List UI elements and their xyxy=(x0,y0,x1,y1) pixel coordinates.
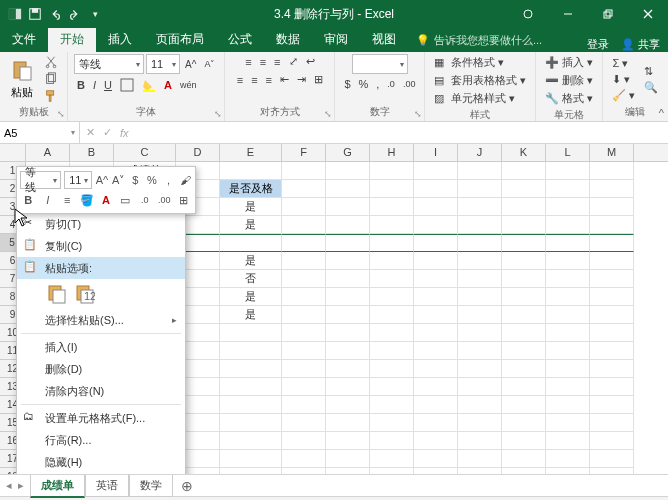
cell[interactable] xyxy=(282,450,326,468)
col-header-E[interactable]: E xyxy=(220,144,282,161)
cell[interactable] xyxy=(326,270,370,288)
cell[interactable] xyxy=(282,216,326,234)
fill-color-button[interactable] xyxy=(139,77,159,93)
cell[interactable] xyxy=(282,468,326,474)
mini-font-color-icon[interactable]: A xyxy=(98,191,114,209)
cell[interactable] xyxy=(370,288,414,306)
cell[interactable] xyxy=(546,234,590,252)
bold-button[interactable]: B xyxy=(74,78,88,92)
ctx-paste-options[interactable]: 📋粘贴选项: xyxy=(17,257,185,279)
cell[interactable] xyxy=(370,180,414,198)
cell[interactable] xyxy=(370,234,414,252)
save-icon[interactable] xyxy=(26,3,44,25)
mini-border-icon[interactable]: ▭ xyxy=(117,191,133,209)
cell[interactable] xyxy=(220,468,282,474)
cell[interactable] xyxy=(502,198,546,216)
cell[interactable] xyxy=(282,198,326,216)
name-box[interactable]: A5 xyxy=(0,122,80,143)
cell[interactable] xyxy=(546,378,590,396)
cell[interactable]: 是 xyxy=(220,252,282,270)
cell[interactable] xyxy=(326,288,370,306)
copy-button[interactable] xyxy=(41,71,61,87)
cell[interactable] xyxy=(502,270,546,288)
grow-font-icon[interactable]: A^ xyxy=(182,58,199,71)
cell[interactable] xyxy=(414,198,458,216)
cell[interactable] xyxy=(414,414,458,432)
cell[interactable] xyxy=(546,324,590,342)
align-middle-icon[interactable]: ≡ xyxy=(257,55,269,69)
help-button[interactable] xyxy=(508,0,548,28)
cell[interactable] xyxy=(546,162,590,180)
cell[interactable]: 否 xyxy=(220,270,282,288)
cell[interactable] xyxy=(502,396,546,414)
clear-button[interactable]: 🧹 ▾ xyxy=(609,88,638,103)
cell[interactable] xyxy=(326,180,370,198)
cell[interactable] xyxy=(546,342,590,360)
restore-button[interactable] xyxy=(588,0,628,28)
mini-fill-color-icon[interactable]: 🪣 xyxy=(78,191,94,209)
cell[interactable] xyxy=(370,342,414,360)
tab-first-icon[interactable]: ◂ xyxy=(6,479,12,492)
cell[interactable] xyxy=(282,414,326,432)
cell[interactable] xyxy=(282,342,326,360)
cell[interactable] xyxy=(414,216,458,234)
col-header-J[interactable]: J xyxy=(458,144,502,161)
cell[interactable] xyxy=(590,324,634,342)
mini-percent-icon[interactable]: % xyxy=(145,171,159,189)
increase-indent-icon[interactable]: ⇥ xyxy=(294,72,309,87)
orientation-icon[interactable]: ⤢ xyxy=(286,54,301,69)
tab-home[interactable]: 开始 xyxy=(48,27,96,52)
mini-comma-icon[interactable]: , xyxy=(162,171,176,189)
font-size-select[interactable]: 11 xyxy=(146,54,180,74)
cell[interactable] xyxy=(282,234,326,252)
cell[interactable] xyxy=(502,234,546,252)
cell[interactable] xyxy=(370,324,414,342)
cell[interactable] xyxy=(414,162,458,180)
cell[interactable] xyxy=(590,360,634,378)
decrease-decimal-icon[interactable]: .00 xyxy=(400,78,419,90)
cell[interactable] xyxy=(282,360,326,378)
ctx-cut[interactable]: ✂剪切(T) xyxy=(17,213,185,235)
align-bottom-icon[interactable]: ≡ xyxy=(271,55,283,69)
find-select-button[interactable]: 🔍 xyxy=(641,80,661,95)
cell[interactable] xyxy=(502,324,546,342)
mini-align-icon[interactable]: ≡ xyxy=(59,191,75,209)
cell[interactable] xyxy=(502,468,546,474)
cell[interactable] xyxy=(282,180,326,198)
cell[interactable] xyxy=(546,270,590,288)
ctx-format-cells[interactable]: 🗂设置单元格格式(F)... xyxy=(17,407,185,429)
format-as-table-button[interactable]: ▤套用表格格式 ▾ xyxy=(431,72,529,89)
tab-formulas[interactable]: 公式 xyxy=(216,27,264,52)
shrink-font-icon[interactable]: A˅ xyxy=(201,58,218,70)
select-all-button[interactable] xyxy=(0,144,26,161)
cell[interactable] xyxy=(282,288,326,306)
font-color-button[interactable]: A xyxy=(161,78,175,92)
col-header-G[interactable]: G xyxy=(326,144,370,161)
cell[interactable] xyxy=(370,216,414,234)
cell[interactable] xyxy=(326,252,370,270)
accounting-icon[interactable]: $ xyxy=(341,77,353,91)
cell[interactable] xyxy=(414,378,458,396)
cell[interactable] xyxy=(458,432,502,450)
cell[interactable] xyxy=(370,162,414,180)
clipboard-launcher-icon[interactable]: ⤡ xyxy=(57,109,65,119)
confirm-formula-icon[interactable]: ✓ xyxy=(103,126,112,139)
cell[interactable] xyxy=(458,414,502,432)
cell[interactable] xyxy=(282,162,326,180)
cell[interactable] xyxy=(326,468,370,474)
col-header-L[interactable]: L xyxy=(546,144,590,161)
sheet-tab-1[interactable]: 成绩单 xyxy=(30,475,85,498)
align-left-icon[interactable]: ≡ xyxy=(234,73,246,87)
mini-dec-decimal-icon[interactable]: .00 xyxy=(156,191,172,209)
cell[interactable] xyxy=(414,324,458,342)
cell[interactable] xyxy=(590,162,634,180)
ctx-insert[interactable]: 插入(I) xyxy=(17,336,185,358)
col-header-D[interactable]: D xyxy=(176,144,220,161)
col-header-M[interactable]: M xyxy=(590,144,634,161)
cell[interactable] xyxy=(458,270,502,288)
number-format-select[interactable] xyxy=(352,54,408,74)
cell[interactable] xyxy=(502,288,546,306)
cell[interactable] xyxy=(458,252,502,270)
insert-cells-button[interactable]: ➕插入 ▾ xyxy=(542,54,596,71)
cell[interactable] xyxy=(326,360,370,378)
